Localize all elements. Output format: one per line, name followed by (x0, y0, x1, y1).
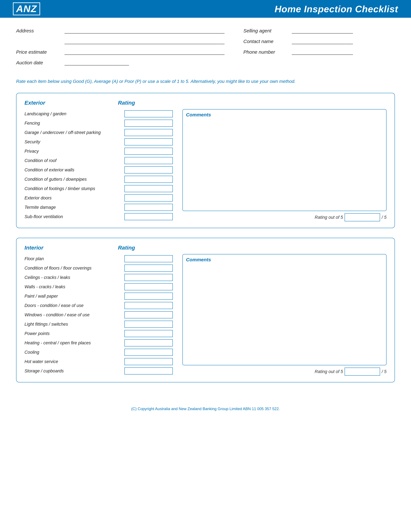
exterior-rating-out-input[interactable] (345, 213, 380, 221)
interior-rating-out-row: Rating out of 5 / 5 (182, 368, 386, 376)
phone-label: Phone number (243, 49, 289, 55)
exterior-comments-column: Comments Rating out of 5 / 5 (182, 109, 386, 221)
list-item: Privacy (25, 147, 118, 156)
rating-input[interactable] (124, 204, 173, 211)
exterior-comments-label: Comments (186, 112, 211, 117)
rating-cell (124, 310, 176, 320)
rating-input[interactable] (124, 293, 173, 300)
list-item: Condition of roof (25, 156, 118, 165)
list-item: Floor plan (25, 254, 118, 263)
list-item: Landscaping / garden (25, 109, 118, 118)
rating-cell (124, 203, 176, 212)
rating-cell (124, 165, 176, 175)
rating-cell (124, 184, 176, 193)
contact-name-input[interactable] (292, 38, 353, 44)
rating-cell (124, 175, 176, 184)
interior-section: Interior Rating Floor plan Condition of … (16, 238, 395, 382)
interior-rating-out-input[interactable] (345, 368, 380, 376)
instructions: Rate each item below using Good (G), Ave… (16, 78, 395, 85)
selling-agent-row: Selling agent (243, 28, 395, 34)
auction-label: Auction date (16, 60, 61, 66)
page-header: ANZ Home Inspection Checklist (0, 0, 411, 18)
list-item: Paint / wall paper (25, 292, 118, 301)
rating-input[interactable] (124, 330, 173, 337)
list-item: Sub-floor ventilation (25, 212, 118, 221)
list-item: Condition of floors / floor coverings (25, 263, 118, 273)
address-label: Address (16, 28, 61, 34)
address-input[interactable] (65, 28, 224, 34)
rating-cell (124, 282, 176, 292)
rating-input[interactable] (124, 367, 173, 374)
interior-body: Floor plan Condition of floors / floor c… (25, 254, 386, 376)
exterior-rating-header: Rating (118, 100, 135, 106)
selling-agent-label: Selling agent (243, 28, 289, 34)
rating-input[interactable] (124, 148, 173, 155)
page-title: Home Inspection Checklist (275, 4, 398, 14)
footer-text: (C) Copyright Australia and New Zealand … (131, 407, 280, 411)
interior-comments-column: Comments Rating out of 5 / 5 (182, 254, 386, 376)
rating-input[interactable] (124, 166, 173, 173)
rating-input[interactable] (124, 120, 173, 127)
rating-input[interactable] (124, 194, 173, 201)
rating-input[interactable] (124, 255, 173, 262)
rating-input[interactable] (124, 129, 173, 136)
selling-agent-input[interactable] (292, 28, 353, 34)
rating-cell (124, 320, 176, 329)
rating-input[interactable] (124, 274, 173, 281)
rating-cell (124, 118, 176, 128)
rating-input[interactable] (124, 339, 173, 346)
list-item: Power points (25, 329, 118, 338)
list-item: Doors - condition / ease of use (25, 301, 118, 310)
rating-input[interactable] (124, 176, 173, 183)
rating-input[interactable] (124, 213, 173, 220)
auction-input[interactable] (65, 59, 129, 66)
rating-input[interactable] (124, 302, 173, 309)
anz-logo-box: ANZ (13, 2, 40, 15)
rating-cell (124, 357, 176, 366)
interior-items: Floor plan Condition of floors / floor c… (25, 254, 118, 376)
rating-cell (124, 193, 176, 203)
exterior-rating-out-row: Rating out of 5 / 5 (182, 213, 386, 221)
interior-title: Interior (25, 245, 118, 251)
exterior-title: Exterior (25, 100, 118, 106)
list-item: Garage / undercover / off-street parking (25, 128, 118, 137)
list-item: Termite damage (25, 203, 118, 212)
rating-input[interactable] (124, 321, 173, 328)
address-input2[interactable] (65, 38, 224, 44)
list-item: Hot water service (25, 357, 118, 366)
list-item: Fencing (25, 118, 118, 128)
rating-cell (124, 292, 176, 301)
list-item: Exterior doors (25, 193, 118, 203)
rating-input[interactable] (124, 311, 173, 318)
list-item: Cooling (25, 348, 118, 357)
rating-input[interactable] (124, 283, 173, 290)
form-right: Selling agent Contact name Phone number (243, 28, 395, 70)
rating-input[interactable] (124, 358, 173, 365)
rating-input[interactable] (124, 265, 173, 272)
address-row: Address (16, 28, 224, 34)
rating-input[interactable] (124, 157, 173, 164)
rating-input[interactable] (124, 349, 173, 356)
exterior-items: Landscaping / garden Fencing Garage / un… (25, 109, 118, 221)
interior-ratings (124, 254, 176, 376)
rating-cell (124, 137, 176, 147)
phone-input[interactable] (292, 49, 353, 55)
exterior-header: Exterior Rating (25, 100, 386, 106)
form-left: Address Price estimate Auction date (16, 28, 224, 70)
rating-cell (124, 212, 176, 221)
rating-cell (124, 301, 176, 310)
rating-cell (124, 338, 176, 348)
list-item: Condition of footings / timber stumps (25, 184, 118, 193)
rating-input[interactable] (124, 110, 173, 117)
rating-input[interactable] (124, 138, 173, 145)
rating-cell (124, 109, 176, 118)
address-row2 (16, 38, 224, 44)
rating-input[interactable] (124, 185, 173, 192)
price-label: Price estimate (16, 49, 61, 55)
list-item: Ceilings - cracks / leaks (25, 273, 118, 282)
rating-cell (124, 128, 176, 137)
rating-cell (124, 348, 176, 357)
main-content: Address Price estimate Auction date Sell… (0, 18, 411, 402)
list-item: Heating - central / open fire places (25, 338, 118, 348)
price-input[interactable] (65, 49, 224, 55)
